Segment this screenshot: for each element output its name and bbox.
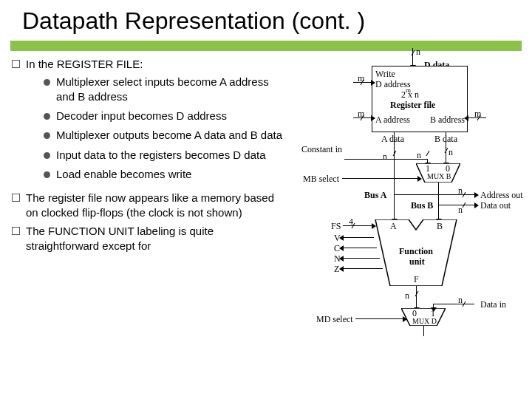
square-bullet-icon [12,60,20,68]
label-data-in: Data in [480,299,506,310]
wire [416,286,417,308]
wire [438,205,475,205]
wire-arrow [468,117,468,118]
bus-slash-icon [426,151,430,156]
circle-bullet-icon [44,113,50,120]
wire [355,318,403,319]
list-item: Multiplexer outputs become A data and B … [44,128,287,143]
label-unit: unit [409,256,425,267]
heading-text: In the REGISTER FILE: [26,57,287,72]
list-item: Decoder input becomes D address [44,109,287,123]
wire [342,178,418,179]
list-item: Load enable becomes write [44,167,287,182]
label-write: Write [375,69,395,80]
left-column: In the REGISTER FILE: Multiplexer select… [10,57,287,257]
label-fs: FS [331,221,341,232]
list-item: In the REGISTER FILE: Multiplexer select… [10,57,287,186]
wire [446,132,446,163]
square-bullet-icon [12,194,20,202]
label-function: Function [399,246,433,257]
wire [343,248,377,248]
bullet-text: Load enable becomes write [56,167,191,182]
label-n: n [416,47,420,58]
label-n: n [405,290,409,301]
label-bus-b: Bus B [411,200,433,211]
paragraph-text: The register file now appears like a mem… [26,191,287,219]
circle-bullet-icon [44,171,50,178]
wire [423,326,424,336]
label-n: n [458,205,463,216]
wire [438,183,439,219]
wire [343,237,374,238]
circle-bullet-icon [44,79,50,86]
label-md-select: MD select [316,314,353,325]
label-bus-a: Bus A [364,190,386,201]
list-item: The FUNCTION UNIT labeling is quite stra… [10,224,287,253]
diagram: n D data Write D address 2 x n m Registe… [287,57,523,257]
label-constant-in: Constant in [301,144,342,155]
label-n: n [458,185,463,197]
label-4: 4 [349,216,353,228]
list-item: Multiplexer select inputs become A addre… [44,75,287,105]
wire [343,268,383,269]
circle-bullet-icon [44,132,50,139]
bullet-text: Multiplexer outputs become A data and B … [56,128,282,143]
wire [433,304,434,308]
accent-bar [10,41,522,51]
list-item: The register file now appears like a mem… [10,191,287,219]
label-f-port: F [414,274,419,285]
page-title: Datapath Representation (cont. ) [0,0,532,38]
wire [343,258,380,259]
label-m: m [358,73,364,84]
wire [394,159,395,219]
label-reg-sup: m [406,86,411,94]
label-n: n [458,295,463,306]
bullet-text: Decoder input becomes D address [56,109,227,123]
wire [433,304,474,304]
label-address-out: Address out [480,190,523,201]
label-mb-select: MB select [303,174,339,185]
label-register-file: Register file [390,100,435,111]
label-a-port: A [390,221,397,232]
bullet-text: Multiplexer select inputs become A addre… [56,75,287,105]
label-b-address: B address [430,115,465,126]
square-bullet-icon [12,227,20,235]
label-m: m [474,109,481,120]
label-mux-d: MUX D [412,317,437,325]
wire [344,159,427,160]
label-n: n [383,151,387,163]
bullet-text: Input data to the registers becomes D da… [56,148,266,163]
circle-bullet-icon [44,152,50,159]
label-mux-b: MUX B [427,172,451,180]
list-item: Input data to the registers becomes D da… [44,148,287,163]
label-m: m [358,109,364,120]
label-data-out: Data out [480,200,511,211]
paragraph-text: The FUNCTION UNIT labeling is quite stra… [26,224,287,253]
label-a-address: A address [375,115,410,126]
label-n: n [449,147,453,158]
wire [343,225,372,226]
label-b-port: B [437,221,443,232]
content-row: In the REGISTER FILE: Multiplexer select… [0,51,532,257]
label-a-data: A data [381,134,404,145]
